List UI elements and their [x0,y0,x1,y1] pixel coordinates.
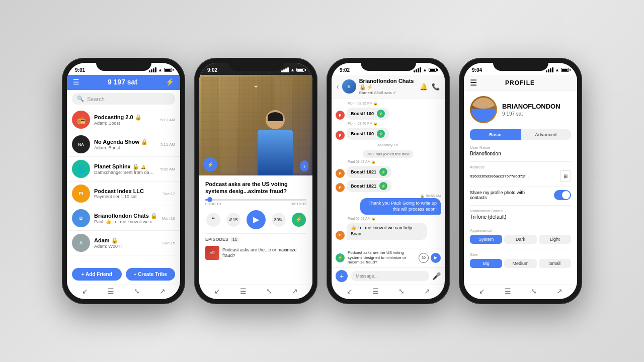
username-value: Brianoflondon [470,151,571,156]
play-button[interactable]: ▶ [247,210,266,229]
date-separator: Monday 16 [336,143,441,147]
chat-avatar-1: NA [72,135,90,153]
chat-avatar-2: 🌐 [72,160,90,178]
time-current: 00:00:18 [205,202,221,206]
tab-basic[interactable]: Basic [470,129,521,140]
chat-header-info: Brianoflondon Chats 🔒⚡ Earned: 8349 sats… [359,78,417,95]
wifi-icon-4: ▲ [555,67,559,72]
signal-icon-4 [546,67,553,72]
bolt-icon-1[interactable]: ⚡ [166,78,174,86]
size-label: Size [470,252,571,257]
notch-3 [361,58,416,71]
nav-back-icon-4[interactable]: ↙ [479,287,485,295]
wifi-icon-1: ▲ [158,67,163,72]
nav-back-icon-3[interactable]: ↙ [347,287,353,295]
bell-icon[interactable]: 🔔 [420,83,428,90]
chat-header: ‹ B Brianoflondon Chats 🔒⚡ Earned: 8349 … [332,75,445,99]
msg-time-paul1: Paul 01:53 AM 🔒 [348,160,441,164]
chat-preview-2: Damxchange: Sent from damxchan... [94,170,156,175]
nav-list-icon-4[interactable]: ☰ [505,287,511,295]
podcast-boost-sm[interactable]: ⚡ [336,253,345,262]
username-label: User Name [470,145,571,150]
time-labels: 00:00:18 00:16:33 [205,202,306,206]
player-controls: ❝ ↺15 ▶ 30↻ ⚡ [205,210,306,229]
share-toggle[interactable] [554,190,571,200]
msg-row-boost3: P Boost! 1021 ⚡ [336,166,441,178]
create-tribe-button[interactable]: + Create Tribe [126,268,176,281]
nav-forward-icon-3[interactable]: ↗ [424,287,430,295]
arrow-controls: › [300,160,308,171]
podcast-preview-bar: ⚡ Podcast asks are the US voting systems… [332,248,445,267]
appear-dark-btn[interactable]: Dark [504,235,536,244]
nav-list-icon-3[interactable]: ☰ [372,287,379,295]
chat-item-noagenda[interactable]: NA No Agenda Show 🔒 Adam: Boost 5:11 AM [67,132,180,157]
chat-preview-5: Adam: W00T! [94,244,158,249]
chat-preview-0: Adam: Boost [94,121,156,126]
nav-expand-icon[interactable]: ⤡ [134,287,140,295]
tab-advanced[interactable]: Advanced [521,129,572,140]
chat-avatar-0: 📻 [72,111,90,129]
forward-button[interactable]: 30↻ [272,213,286,227]
divider-4 [470,225,571,225]
nav-expand-icon-4[interactable]: ⤡ [531,287,537,295]
chat-name-2: Planet Sphinx 🔒 🔔 [94,163,156,170]
chat-name-3: Podcast Index LLC [94,188,158,194]
back-button[interactable]: ‹ [337,82,339,90]
chevron-down-icon[interactable]: ⌄ [253,80,259,89]
quote-button[interactable]: ❝ [206,213,220,227]
portrait-figure [255,110,295,175]
field-share: Share my profile photo with contacts [470,190,571,200]
field-notif: Notification Sound TriTone (default) [470,209,571,220]
msg-avatar-paul3: P [336,231,345,240]
nav-expand-icon-2[interactable]: ⤡ [266,287,272,295]
nav-list-icon[interactable]: ☰ [108,287,114,295]
nav-forward-icon[interactable]: ↗ [159,287,166,295]
add-friend-button[interactable]: + Add Friend [72,268,122,281]
address-value: 036d33fbd386acc37577a6d72f... [470,174,529,178]
mic-icon[interactable]: 🎤 [432,272,441,280]
boost-label-3: Boost! 1021 [351,169,376,174]
pp-rewind-btn[interactable]: 30 [419,253,429,263]
chat-header-icons: 🔔 📞 [420,83,440,90]
size-medium-btn[interactable]: Medium [504,259,536,268]
status-time-2: 9:02 [207,67,217,73]
plus-button[interactable]: + [336,270,348,282]
hamburger-icon[interactable]: ☰ [73,78,79,86]
chat-avatar-3: PI [72,185,90,203]
boost-control-button[interactable]: ⚡ [292,213,306,227]
appear-system-btn[interactable]: System [470,235,502,244]
episode-item-1[interactable]: 🇺🇸 Podcast asks are the...e or maximize … [205,244,306,261]
chat-item-adam[interactable]: A Adam 🔒 Adam: W00T! Sun 15 [67,231,180,255]
qr-icon[interactable]: ⊞ [560,170,571,182]
status-icons-2: ▲ [281,67,304,72]
chat-item-brian[interactable]: B Brianoflondon Chats 🔒 Paul: 👍 Let me k… [67,206,180,231]
progress-bar-container[interactable]: 00:00:18 00:16:33 [205,199,306,206]
chat-item-podcastindex[interactable]: PI Podcast Index LLC Payment sent: 10 sa… [67,182,180,206]
chat-item-podcasting[interactable]: 📻 Podcasting 2.0 🔒 Adam: Boost 5:11 AM [67,108,180,132]
appear-light-btn[interactable]: Light [539,235,571,244]
size-small-btn[interactable]: Small [539,259,571,268]
nav-forward-icon-2[interactable]: ↗ [292,287,298,295]
pp-play-btn[interactable]: ▶ [431,253,441,263]
nav-expand-icon-3[interactable]: ⤡ [398,287,405,295]
signal-icon-2 [281,67,289,72]
nav-forward-icon-4[interactable]: ↗ [556,287,562,295]
size-big-btn[interactable]: Big [470,259,502,268]
nav-back-icon-2[interactable]: ↙ [214,287,220,295]
nav-back-icon[interactable]: ↙ [82,287,88,295]
rewind-button[interactable]: ↺15 [226,213,240,227]
msg-row-boost4: P Boost! 1021 ⚡ [336,180,441,192]
message-input[interactable] [351,271,429,281]
msg-time-f1: Florin 08:35 PM 🔒 [348,102,441,106]
message-input-bar: + 🎤 [332,267,445,285]
phone-icon[interactable]: 📞 [432,83,440,90]
boost-badge[interactable]: ⚡ [203,157,217,171]
search-bar[interactable]: 🔍 Search [72,93,175,105]
bubble-paul: 👍 Let me know if we can help Brian [347,223,427,239]
phone-4: 9:04 ▲ ☰ PROFILE [459,58,582,304]
nav-list-icon-2[interactable]: ☰ [240,287,247,295]
chat-item-sphinx[interactable]: 🌐 Planet Sphinx 🔒 🔔 Damxchange: Sent fro… [67,157,180,182]
bottom-nav-3: ↙ ☰ ⤡ ↗ [332,285,445,299]
notch-2 [228,58,284,71]
menu-icon[interactable]: ☰ [470,78,477,87]
